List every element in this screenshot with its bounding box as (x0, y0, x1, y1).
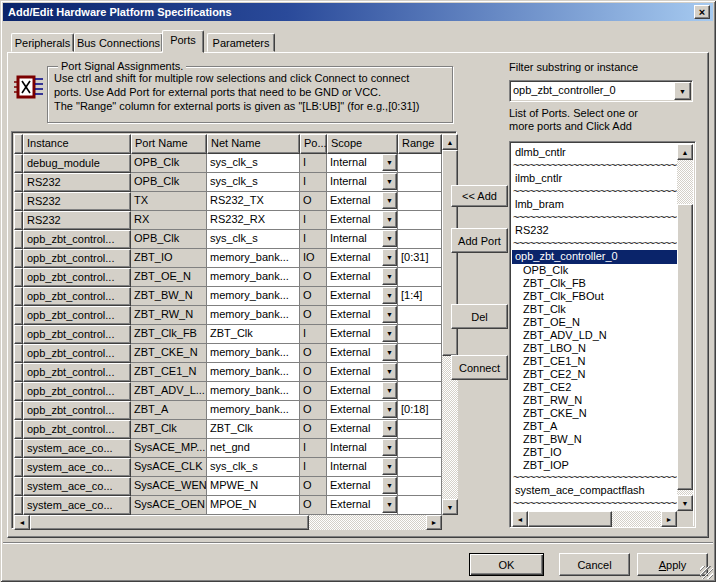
scope-dropdown-button[interactable]: ▼ (382, 363, 397, 380)
cell-instance[interactable]: opb_zbt_control... (23, 230, 131, 249)
list-item-port[interactable]: OPB_Clk (512, 264, 677, 277)
cell-range[interactable] (398, 268, 442, 287)
cell-polarity[interactable]: O (300, 344, 327, 363)
cell-net-name[interactable]: sys_clk_s (207, 173, 300, 192)
cell-net-name[interactable]: MPWE_N (207, 477, 300, 496)
cell-range[interactable] (398, 325, 442, 344)
cell-range[interactable] (398, 192, 442, 211)
cell-port-name[interactable]: ZBT_RW_N (131, 306, 207, 325)
cell-polarity[interactable]: O (300, 477, 327, 496)
connect-button[interactable]: Connect (451, 355, 508, 380)
cell-port-name[interactable]: ZBT_BW_N (131, 287, 207, 306)
cell-net-name[interactable]: sys_clk_s (207, 230, 300, 249)
row-gutter[interactable] (14, 401, 23, 420)
cell-net-name[interactable]: sys_clk_s (207, 458, 300, 477)
cell-instance[interactable]: opb_zbt_control... (23, 268, 131, 287)
cell-polarity[interactable]: I (300, 458, 327, 477)
grid-scroll-down-icon[interactable]: ▼ (442, 499, 458, 515)
list-scroll-left-icon[interactable]: ◄ (512, 511, 528, 527)
row-gutter[interactable] (14, 458, 23, 477)
cell-scope[interactable]: External▼ (327, 401, 398, 420)
cell-polarity[interactable]: O (300, 382, 327, 401)
list-item-port[interactable]: ZBT_CE1_N (512, 355, 677, 368)
list-item-instance[interactable]: RS232 (512, 224, 677, 238)
cell-scope[interactable]: External▼ (327, 249, 398, 268)
cell-port-name[interactable]: ZBT_Clk (131, 420, 207, 439)
cell-port-name[interactable]: OPB_Clk (131, 173, 207, 192)
resize-grip[interactable] (700, 566, 713, 579)
cell-instance[interactable]: system_ace_co... (23, 496, 131, 515)
cell-instance[interactable]: system_ace_co... (23, 458, 131, 477)
list-item-port[interactable]: ZBT_IOP (512, 459, 677, 472)
cell-polarity[interactable]: I (300, 173, 327, 192)
cell-range[interactable] (398, 363, 442, 382)
list-item-port[interactable]: ZBT_Clk_FB (512, 277, 677, 290)
cell-port-name[interactable]: ZBT_CE1_N (131, 363, 207, 382)
cell-range[interactable] (398, 496, 442, 515)
cell-instance[interactable]: RS232 (23, 173, 131, 192)
cell-instance[interactable]: system_ace_co... (23, 477, 131, 496)
row-gutter[interactable] (14, 230, 23, 249)
cell-instance[interactable]: opb_zbt_control... (23, 382, 131, 401)
scope-dropdown-button[interactable]: ▼ (382, 192, 397, 209)
cell-net-name[interactable]: memory_bank... (207, 344, 300, 363)
cell-scope[interactable]: External▼ (327, 325, 398, 344)
cell-port-name[interactable]: SysACE_MP... (131, 439, 207, 458)
cell-instance[interactable]: RS232 (23, 192, 131, 211)
list-hscroll-thumb[interactable] (528, 511, 612, 527)
list-item-port[interactable]: ZBT_ADV_LD_N (512, 329, 677, 342)
scope-dropdown-button[interactable]: ▼ (382, 268, 397, 285)
scope-dropdown-button[interactable]: ▼ (382, 401, 397, 418)
list-item-instance[interactable]: dlmb_cntlr (512, 146, 677, 160)
cell-net-name[interactable]: memory_bank... (207, 401, 300, 420)
cell-instance[interactable]: opb_zbt_control... (23, 363, 131, 382)
scope-dropdown-button[interactable]: ▼ (382, 420, 397, 437)
cell-range[interactable] (398, 306, 442, 325)
cell-scope[interactable]: External▼ (327, 496, 398, 515)
cell-scope[interactable]: External▼ (327, 344, 398, 363)
list-item-port[interactable]: ZBT_Clk_FBOut (512, 290, 677, 303)
list-item-port[interactable]: ZBT_OE_N (512, 316, 677, 329)
cell-scope[interactable]: Internal▼ (327, 173, 398, 192)
grid-scroll-up-icon[interactable]: ▲ (442, 134, 458, 150)
cell-instance[interactable]: debug_module (23, 154, 131, 173)
scope-dropdown-button[interactable]: ▼ (382, 439, 397, 456)
row-gutter[interactable] (14, 154, 23, 173)
row-gutter[interactable] (14, 363, 23, 382)
cell-polarity[interactable]: I (300, 439, 327, 458)
row-gutter[interactable] (14, 192, 23, 211)
cell-port-name[interactable]: ZBT_CKE_N (131, 344, 207, 363)
list-item-port[interactable]: ZBT_LBO_N (512, 342, 677, 355)
cell-scope[interactable]: External▼ (327, 211, 398, 230)
cell-net-name[interactable]: memory_bank... (207, 382, 300, 401)
row-gutter[interactable] (14, 211, 23, 230)
tab-peripherals[interactable]: Peripherals (11, 33, 74, 52)
cell-instance[interactable]: RS232 (23, 211, 131, 230)
cell-range[interactable] (398, 458, 442, 477)
cell-net-name[interactable]: memory_bank... (207, 287, 300, 306)
filter-combobox[interactable]: opb_zbt_controller_0 ▼ (509, 80, 693, 102)
row-gutter[interactable] (14, 306, 23, 325)
row-gutter[interactable] (14, 420, 23, 439)
cell-port-name[interactable]: ZBT_Clk_FB (131, 325, 207, 344)
cell-polarity[interactable]: I (300, 154, 327, 173)
cell-range[interactable] (398, 420, 442, 439)
list-item-instance[interactable]: opb_zbt_controller_0 (512, 250, 677, 264)
cell-polarity[interactable]: O (300, 287, 327, 306)
scope-dropdown-button[interactable]: ▼ (382, 230, 397, 247)
ok-button[interactable]: OK (469, 553, 544, 576)
cell-range[interactable]: [0:31] (398, 249, 442, 268)
row-gutter[interactable] (14, 268, 23, 287)
list-hscrollbar[interactable]: ◄ ► (512, 511, 677, 527)
grid-hscrollbar[interactable]: ◄ ► (14, 515, 442, 530)
cell-net-name[interactable]: memory_bank... (207, 306, 300, 325)
close-button[interactable]: × (694, 5, 710, 19)
cell-net-name[interactable]: RS232_TX (207, 192, 300, 211)
cell-range[interactable] (398, 230, 442, 249)
cell-polarity[interactable]: I (300, 230, 327, 249)
cell-scope[interactable]: External▼ (327, 363, 398, 382)
grid-hscroll-thumb[interactable] (30, 515, 309, 530)
row-gutter[interactable] (14, 496, 23, 515)
row-gutter[interactable] (14, 325, 23, 344)
tab-parameters[interactable]: Parameters (207, 33, 275, 52)
